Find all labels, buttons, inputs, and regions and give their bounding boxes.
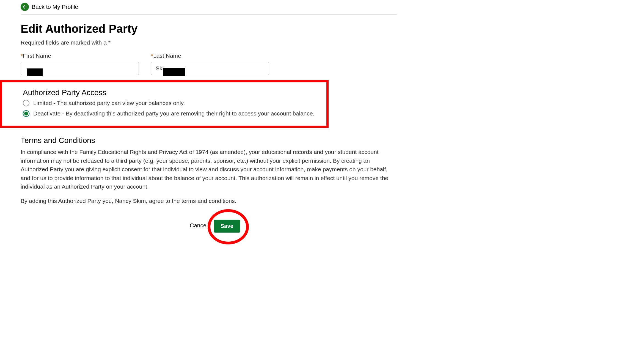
divider [21, 14, 397, 15]
redaction-block [27, 68, 43, 76]
radio-label-limited: Limited - The authorized party can view … [33, 100, 185, 106]
back-link-label: Back to My Profile [32, 4, 78, 10]
save-button[interactable]: Save [214, 220, 240, 233]
back-to-profile-link[interactable]: Back to My Profile [21, 3, 406, 14]
redaction-block [163, 68, 185, 76]
radio-option-deactivate[interactable]: Deactivate - By deactivating this author… [23, 110, 326, 117]
terms-section-title: Terms and Conditions [21, 136, 406, 145]
arrow-left-circle-icon [21, 3, 29, 11]
radio-label-deactivate: Deactivate - By deactivating this author… [33, 110, 315, 117]
terms-paragraph-1: In compliance with the Family Educationa… [21, 148, 397, 191]
radio-option-limited[interactable]: Limited - The authorized party can view … [23, 100, 326, 106]
terms-paragraph-2: By adding this Authorized Party you, Nan… [21, 197, 397, 205]
access-section-title: Authorized Party Access [23, 88, 326, 97]
radio-icon [23, 100, 29, 106]
required-fields-note: Required fields are marked with a * [21, 39, 406, 46]
radio-icon [23, 110, 29, 117]
page-title: Edit Authorized Party [21, 22, 406, 35]
last-name-label: *Last Name [151, 53, 269, 59]
cancel-button[interactable]: Cancel [190, 222, 208, 229]
first-name-label: *First Name [21, 53, 139, 59]
highlighted-access-section: Authorized Party Access Limited - The au… [0, 80, 329, 128]
